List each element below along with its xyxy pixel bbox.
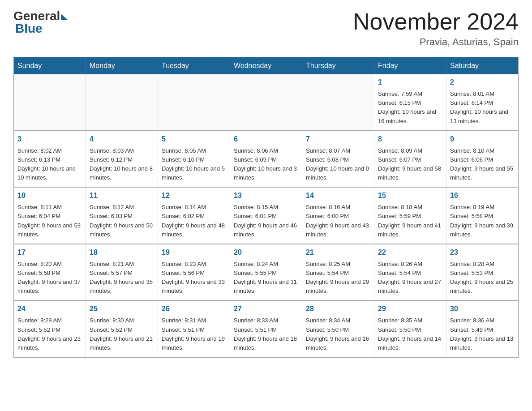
day-info: Sunrise: 8:12 AM Sunset: 6:03 PM Dayligh… bbox=[90, 203, 154, 239]
day-number: 18 bbox=[90, 247, 154, 258]
day-number: 21 bbox=[306, 247, 370, 258]
day-info: Sunrise: 8:10 AM Sunset: 6:06 PM Dayligh… bbox=[450, 146, 515, 183]
calendar-cell: 12Sunrise: 8:14 AM Sunset: 6:02 PM Dayli… bbox=[158, 187, 230, 244]
day-info: Sunrise: 8:36 AM Sunset: 5:49 PM Dayligh… bbox=[450, 316, 515, 352]
day-number: 19 bbox=[162, 247, 226, 258]
location-subtitle: Pravia, Asturias, Spain bbox=[353, 36, 519, 48]
day-info: Sunrise: 8:09 AM Sunset: 6:07 PM Dayligh… bbox=[378, 146, 442, 183]
day-number: 16 bbox=[450, 190, 515, 201]
calendar-cell: 22Sunrise: 8:26 AM Sunset: 5:54 PM Dayli… bbox=[374, 244, 446, 301]
calendar-body: 1Sunrise: 7:59 AM Sunset: 6:15 PM Daylig… bbox=[14, 74, 519, 357]
day-info: Sunrise: 8:18 AM Sunset: 5:59 PM Dayligh… bbox=[378, 203, 442, 239]
day-info: Sunrise: 8:01 AM Sunset: 6:14 PM Dayligh… bbox=[450, 90, 515, 126]
day-info: Sunrise: 8:35 AM Sunset: 5:50 PM Dayligh… bbox=[378, 316, 442, 352]
day-info: Sunrise: 8:16 AM Sunset: 6:00 PM Dayligh… bbox=[306, 203, 370, 239]
calendar-cell: 19Sunrise: 8:23 AM Sunset: 5:56 PM Dayli… bbox=[158, 244, 230, 301]
title-area: November 2024 Pravia, Asturias, Spain bbox=[353, 9, 519, 48]
day-info: Sunrise: 8:03 AM Sunset: 6:12 PM Dayligh… bbox=[90, 146, 154, 183]
calendar-cell: 13Sunrise: 8:15 AM Sunset: 6:01 PM Dayli… bbox=[230, 187, 302, 244]
calendar-cell: 20Sunrise: 8:24 AM Sunset: 5:55 PM Dayli… bbox=[230, 244, 302, 301]
day-info: Sunrise: 8:02 AM Sunset: 6:13 PM Dayligh… bbox=[17, 146, 82, 183]
page-header: General Blue November 2024 Pravia, Astur… bbox=[13, 9, 519, 48]
header-tuesday: Tuesday bbox=[158, 57, 230, 75]
day-info: Sunrise: 8:23 AM Sunset: 5:56 PM Dayligh… bbox=[162, 260, 226, 296]
day-number: 10 bbox=[17, 190, 82, 201]
day-number: 11 bbox=[90, 190, 154, 201]
day-number: 2 bbox=[450, 77, 515, 88]
day-number: 25 bbox=[90, 304, 154, 314]
day-info: Sunrise: 8:31 AM Sunset: 5:51 PM Dayligh… bbox=[162, 316, 226, 352]
calendar-cell: 6Sunrise: 8:06 AM Sunset: 6:09 PM Daylig… bbox=[230, 131, 302, 188]
calendar-cell: 30Sunrise: 8:36 AM Sunset: 5:49 PM Dayli… bbox=[446, 300, 519, 357]
day-number: 17 bbox=[17, 247, 82, 258]
day-info: Sunrise: 8:15 AM Sunset: 6:01 PM Dayligh… bbox=[234, 203, 298, 239]
day-info: Sunrise: 8:11 AM Sunset: 6:04 PM Dayligh… bbox=[17, 203, 82, 239]
calendar-cell bbox=[158, 74, 230, 131]
day-number: 5 bbox=[162, 134, 226, 145]
day-info: Sunrise: 8:05 AM Sunset: 6:10 PM Dayligh… bbox=[162, 146, 226, 183]
calendar-cell: 2Sunrise: 8:01 AM Sunset: 6:14 PM Daylig… bbox=[446, 74, 519, 131]
calendar-cell: 5Sunrise: 8:05 AM Sunset: 6:10 PM Daylig… bbox=[158, 131, 230, 188]
day-number: 6 bbox=[234, 134, 298, 145]
day-info: Sunrise: 8:25 AM Sunset: 5:54 PM Dayligh… bbox=[306, 260, 370, 296]
day-number: 28 bbox=[306, 304, 370, 314]
calendar-cell bbox=[14, 74, 86, 131]
calendar-cell bbox=[302, 74, 374, 131]
calendar-header: Sunday Monday Tuesday Wednesday Thursday… bbox=[14, 57, 519, 75]
header-friday: Friday bbox=[374, 57, 446, 75]
day-number: 23 bbox=[450, 247, 515, 258]
week-row-5: 24Sunrise: 8:29 AM Sunset: 5:52 PM Dayli… bbox=[14, 300, 519, 357]
header-monday: Monday bbox=[86, 57, 158, 75]
month-year-title: November 2024 bbox=[353, 9, 519, 34]
calendar-cell: 28Sunrise: 8:34 AM Sunset: 5:50 PM Dayli… bbox=[302, 300, 374, 357]
day-number: 27 bbox=[234, 304, 298, 314]
day-number: 26 bbox=[162, 304, 226, 314]
day-number: 7 bbox=[306, 134, 370, 145]
day-number: 30 bbox=[450, 304, 515, 314]
day-info: Sunrise: 8:19 AM Sunset: 5:58 PM Dayligh… bbox=[450, 203, 515, 239]
logo: General Blue bbox=[13, 9, 68, 36]
header-row: Sunday Monday Tuesday Wednesday Thursday… bbox=[14, 57, 519, 75]
day-number: 29 bbox=[378, 304, 442, 314]
day-number: 24 bbox=[17, 304, 82, 314]
logo-blue-text: Blue bbox=[15, 21, 43, 36]
day-number: 1 bbox=[378, 77, 442, 88]
calendar-cell: 16Sunrise: 8:19 AM Sunset: 5:58 PM Dayli… bbox=[446, 187, 519, 244]
calendar-cell: 24Sunrise: 8:29 AM Sunset: 5:52 PM Dayli… bbox=[14, 300, 86, 357]
calendar-cell: 4Sunrise: 8:03 AM Sunset: 6:12 PM Daylig… bbox=[86, 131, 158, 188]
logo-arrow-icon bbox=[61, 14, 68, 20]
day-number: 3 bbox=[17, 134, 82, 145]
day-info: Sunrise: 8:33 AM Sunset: 5:51 PM Dayligh… bbox=[234, 316, 298, 352]
calendar-cell: 10Sunrise: 8:11 AM Sunset: 6:04 PM Dayli… bbox=[14, 187, 86, 244]
day-number: 12 bbox=[162, 190, 226, 201]
day-info: Sunrise: 8:29 AM Sunset: 5:52 PM Dayligh… bbox=[17, 316, 82, 352]
calendar-cell: 18Sunrise: 8:21 AM Sunset: 5:57 PM Dayli… bbox=[86, 244, 158, 301]
calendar-cell: 11Sunrise: 8:12 AM Sunset: 6:03 PM Dayli… bbox=[86, 187, 158, 244]
day-info: Sunrise: 8:14 AM Sunset: 6:02 PM Dayligh… bbox=[162, 203, 226, 239]
calendar-cell: 1Sunrise: 7:59 AM Sunset: 6:15 PM Daylig… bbox=[374, 74, 446, 131]
day-info: Sunrise: 8:07 AM Sunset: 6:08 PM Dayligh… bbox=[306, 146, 370, 183]
day-number: 20 bbox=[234, 247, 298, 258]
day-info: Sunrise: 8:28 AM Sunset: 5:53 PM Dayligh… bbox=[450, 260, 515, 296]
calendar-cell: 29Sunrise: 8:35 AM Sunset: 5:50 PM Dayli… bbox=[374, 300, 446, 357]
header-thursday: Thursday bbox=[302, 57, 374, 75]
day-info: Sunrise: 8:24 AM Sunset: 5:55 PM Dayligh… bbox=[234, 260, 298, 296]
day-number: 14 bbox=[306, 190, 370, 201]
day-info: Sunrise: 8:26 AM Sunset: 5:54 PM Dayligh… bbox=[378, 260, 442, 296]
header-sunday: Sunday bbox=[14, 57, 86, 75]
calendar-cell: 15Sunrise: 8:18 AM Sunset: 5:59 PM Dayli… bbox=[374, 187, 446, 244]
calendar-cell: 21Sunrise: 8:25 AM Sunset: 5:54 PM Dayli… bbox=[302, 244, 374, 301]
calendar-cell: 8Sunrise: 8:09 AM Sunset: 6:07 PM Daylig… bbox=[374, 131, 446, 188]
day-number: 8 bbox=[378, 134, 442, 145]
calendar-cell: 26Sunrise: 8:31 AM Sunset: 5:51 PM Dayli… bbox=[158, 300, 230, 357]
day-number: 22 bbox=[378, 247, 442, 258]
day-info: Sunrise: 8:20 AM Sunset: 5:58 PM Dayligh… bbox=[17, 260, 82, 296]
calendar-cell: 9Sunrise: 8:10 AM Sunset: 6:06 PM Daylig… bbox=[446, 131, 519, 188]
calendar-cell: 7Sunrise: 8:07 AM Sunset: 6:08 PM Daylig… bbox=[302, 131, 374, 188]
day-info: Sunrise: 8:06 AM Sunset: 6:09 PM Dayligh… bbox=[234, 146, 298, 183]
day-info: Sunrise: 8:30 AM Sunset: 5:52 PM Dayligh… bbox=[90, 316, 154, 352]
calendar-cell: 17Sunrise: 8:20 AM Sunset: 5:58 PM Dayli… bbox=[14, 244, 86, 301]
calendar-table: Sunday Monday Tuesday Wednesday Thursday… bbox=[13, 57, 519, 358]
day-info: Sunrise: 7:59 AM Sunset: 6:15 PM Dayligh… bbox=[378, 90, 442, 126]
week-row-4: 17Sunrise: 8:20 AM Sunset: 5:58 PM Dayli… bbox=[14, 244, 519, 301]
